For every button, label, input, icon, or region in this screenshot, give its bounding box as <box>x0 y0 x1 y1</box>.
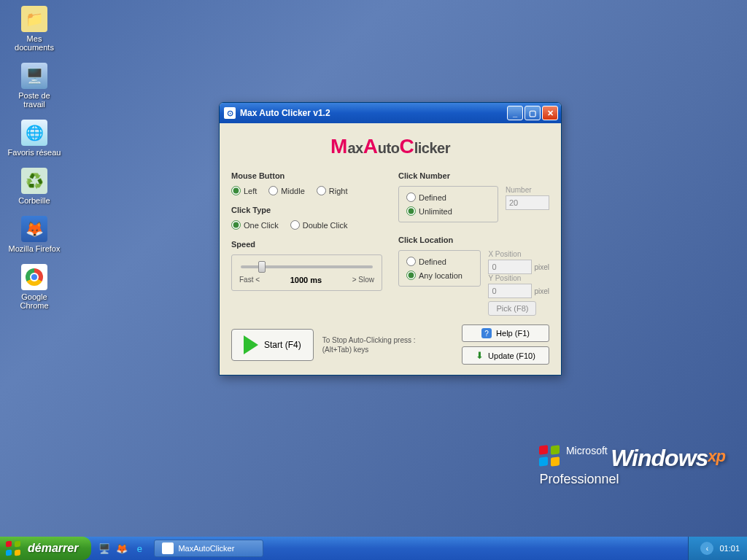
tray-expand-icon[interactable]: ‹ <box>700 542 713 555</box>
speed-slow-label: > Slow <box>352 276 374 284</box>
radio-double-click[interactable]: Double Click <box>290 220 348 230</box>
radio-right[interactable]: Right <box>317 186 348 195</box>
window-title: Max Auto Clicker v1.2 <box>240 108 507 118</box>
speed-title: Speed <box>231 240 382 249</box>
taskbar-app-icon <box>162 542 174 554</box>
start-menu-button[interactable]: démarrer <box>0 537 91 560</box>
download-icon: ⬇ <box>476 350 484 361</box>
click-number-title: Click Number <box>398 171 549 180</box>
mouse-button-title: Mouse Button <box>231 171 382 180</box>
speed-slider[interactable] <box>241 265 373 268</box>
quicklaunch-firefox-icon[interactable]: 🦊 <box>115 541 129 556</box>
taskbar: démarrer 🖥️ 🦊 e MaxAutoClicker ‹ 01:01 <box>0 537 747 560</box>
clock: 01:01 <box>719 544 740 553</box>
app-window: ⊙ Max Auto Clicker v1.2 _ ▢ ✕ MaxAutoCli… <box>219 102 562 376</box>
app-icon: ⊙ <box>224 107 236 119</box>
help-icon: ? <box>481 328 492 338</box>
click-location-title: Click Location <box>398 236 549 244</box>
play-icon <box>244 335 258 354</box>
desktop-icon-documents[interactable]: 📁Mes documents <box>6 6 63 52</box>
y-input <box>488 284 532 298</box>
click-type-title: Click Type <box>231 206 382 214</box>
radio-left[interactable]: Left <box>231 186 257 195</box>
maximize-button[interactable]: ▢ <box>525 106 541 120</box>
start-button[interactable]: Start (F4) <box>231 329 314 361</box>
radio-middle[interactable]: Middle <box>268 186 304 195</box>
radio-location-any[interactable]: Any location <box>406 271 473 280</box>
desktop-icon-network[interactable]: 🌐Favoris réseau <box>6 120 63 158</box>
stop-hint: To Stop Auto-Clicking press : (Alt+Tab) … <box>322 335 416 354</box>
app-logo: MaxAutoClicker <box>231 135 549 158</box>
speed-value: 1000 ms <box>290 276 322 284</box>
desktop-icon-firefox[interactable]: 🦊Mozilla Firefox <box>6 216 63 254</box>
radio-number-unlimited[interactable]: Unlimited <box>406 206 490 216</box>
desktop-icon-computer[interactable]: 🖥️Poste de travail <box>6 63 63 109</box>
wallpaper-branding: Microsoft Windowsxp Professionnel <box>539 445 725 487</box>
speed-fast-label: Fast < <box>239 276 260 284</box>
slider-thumb[interactable] <box>258 261 266 273</box>
x-label: X Position <box>488 250 549 258</box>
radio-one-click[interactable]: One Click <box>231 220 279 230</box>
close-button[interactable]: ✕ <box>542 106 558 120</box>
quicklaunch-desktop-icon[interactable]: 🖥️ <box>97 541 112 556</box>
help-button[interactable]: ?Help (F1) <box>462 324 549 342</box>
x-input <box>488 260 532 274</box>
system-tray: ‹ 01:01 <box>688 537 747 560</box>
pick-button: Pick (F8) <box>488 301 536 316</box>
y-label: Y Position <box>488 274 549 282</box>
taskbar-app-button[interactable]: MaxAutoClicker <box>154 540 263 557</box>
radio-number-defined[interactable]: Defined <box>406 192 490 202</box>
quicklaunch-ie-icon[interactable]: e <box>132 541 147 556</box>
radio-location-defined[interactable]: Defined <box>406 257 473 266</box>
number-label: Number <box>506 186 549 194</box>
number-input <box>506 195 549 210</box>
desktop-icon-chrome[interactable]: Google Chrome <box>6 264 63 311</box>
titlebar[interactable]: ⊙ Max Auto Clicker v1.2 _ ▢ ✕ <box>220 103 561 123</box>
desktop-icon-recycle[interactable]: ♻️Corbeille <box>6 168 63 206</box>
minimize-button[interactable]: _ <box>507 106 523 120</box>
update-button[interactable]: ⬇Update (F10) <box>462 346 549 365</box>
